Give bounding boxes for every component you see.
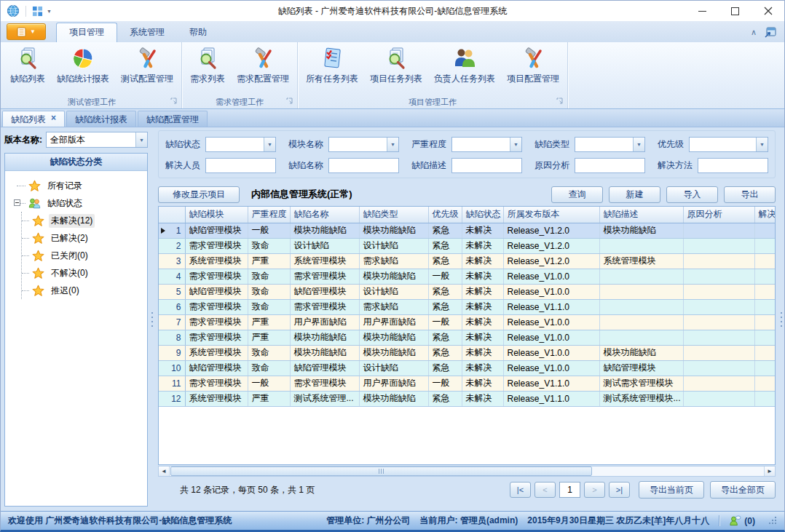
- table-row[interactable]: 8需求管理模块严重模块功能缺陷模块功能缺陷紧急未解决Release_V1.0.0: [159, 330, 776, 345]
- table-row[interactable]: 7需求管理模块严重用户界面缺陷用户界面缺陷一般未解决Release_V1.0.0: [159, 314, 776, 330]
- tree-expander-icon[interactable]: [14, 199, 20, 206]
- tree-item-resolved[interactable]: 已解决(2): [22, 229, 146, 247]
- export-button[interactable]: 导出: [724, 186, 776, 203]
- all-task-list-button[interactable]: 所有任务列表: [300, 44, 364, 95]
- chevron-down-icon: ▼: [510, 138, 521, 151]
- column-header-type[interactable]: 缺陷类型: [359, 207, 428, 223]
- column-header-module[interactable]: 缺陷模块: [185, 207, 248, 223]
- test-config-mgmt-button[interactable]: 测试配置管理: [115, 44, 179, 95]
- table-row[interactable]: 1缺陷管理模块一般模块功能缺陷模块功能缺陷紧急未解决Release_V1.2.0…: [159, 223, 776, 238]
- column-header-solution[interactable]: 解决方法: [754, 207, 776, 223]
- solution-input[interactable]: [698, 158, 768, 173]
- export-all-pages-button[interactable]: 导出全部页: [710, 481, 776, 499]
- requirement-list-button[interactable]: 需求列表: [184, 44, 231, 95]
- cell-module: 需求管理模块: [185, 376, 248, 391]
- defect-status-select[interactable]: ▼: [205, 137, 276, 152]
- table-row[interactable]: 12系统管理模块严重测试系统管理...模块功能缺陷紧急未解决Release_V1…: [159, 391, 776, 406]
- modify-display-items-button[interactable]: 修改显示项目: [158, 186, 240, 203]
- defect-list-button[interactable]: 缺陷列表: [4, 44, 51, 95]
- import-button[interactable]: 导入: [666, 186, 718, 203]
- table-row[interactable]: 5缺陷管理模块致命缺陷管理模块设计缺陷紧急未解决Release_V1.0.0: [159, 284, 776, 299]
- tree-item-defect-status[interactable]: 缺陷状态: [9, 194, 146, 212]
- dialog-launcher-icon[interactable]: [556, 97, 563, 106]
- cell-module: 需求管理模块: [185, 238, 248, 253]
- doc-tab-defect-config-mgmt[interactable]: 缺陷配置管理: [138, 111, 208, 127]
- query-button[interactable]: 查询: [551, 186, 603, 203]
- resize-grip-icon[interactable]: [769, 517, 777, 525]
- version-select[interactable]: 全部版本 ▼: [46, 132, 148, 148]
- collapse-ribbon-icon[interactable]: ∧: [751, 28, 757, 36]
- welcome-text: 欢迎使用 广州爱奇迪软件科技有限公司-缺陷信息管理系统: [8, 515, 232, 527]
- table-row[interactable]: 11需求管理模块一般需求管理模块用户界面缺陷一般未解决Release_V1.1.…: [159, 376, 776, 391]
- defect-description-input[interactable]: [451, 158, 522, 173]
- table-row[interactable]: 6需求管理模块致命需求管理模块需求缺陷紧急未解决Release_V1.1.0: [159, 299, 776, 314]
- severity-select[interactable]: ▼: [451, 137, 522, 152]
- page-number-input[interactable]: [559, 482, 580, 498]
- maximize-button[interactable]: [719, 1, 752, 21]
- module-name-select[interactable]: ▼: [328, 137, 399, 152]
- scrollbar-thumb[interactable]: [170, 467, 592, 476]
- cell-name: 模块功能缺陷: [290, 345, 359, 360]
- requirement-config-mgmt-button[interactable]: 需求配置管理: [231, 44, 295, 95]
- defect-stats-report-button[interactable]: 缺陷统计报表: [51, 44, 115, 95]
- resolver-input[interactable]: [205, 158, 276, 173]
- project-task-list-button[interactable]: 项目任务列表: [364, 44, 428, 95]
- dialog-launcher-icon[interactable]: [170, 97, 177, 106]
- prev-page-button[interactable]: <: [534, 482, 556, 498]
- scroll-left-icon[interactable]: ◄: [159, 467, 170, 476]
- column-header-name[interactable]: 缺陷名称: [290, 207, 359, 223]
- close-button[interactable]: [752, 1, 784, 21]
- chevron-down-icon: ▼: [264, 138, 275, 151]
- column-header-priority[interactable]: 优先级: [428, 207, 462, 223]
- help-window-icon[interactable]: [764, 25, 777, 39]
- column-header-description[interactable]: 缺陷描述: [599, 207, 683, 223]
- scrollbar-track[interactable]: [170, 467, 764, 476]
- minimize-button[interactable]: [686, 1, 719, 21]
- cell-release: Release_V1.2.0: [503, 253, 599, 269]
- tree-item-unresolved[interactable]: 未解决(12): [22, 212, 146, 229]
- doc-tab-defect-stats-report[interactable]: 缺陷统计报表: [66, 111, 136, 127]
- column-header-cause[interactable]: 原因分析: [683, 207, 754, 223]
- defect-name-input[interactable]: [328, 158, 399, 173]
- table-row[interactable]: 4需求管理模块致命需求管理模块模块功能缺陷一般未解决Release_V1.0.0: [159, 269, 776, 284]
- cause-analysis-input[interactable]: [575, 158, 645, 173]
- next-page-button[interactable]: >: [584, 482, 605, 498]
- new-button[interactable]: 新建: [609, 186, 660, 203]
- column-header-status[interactable]: 缺陷状态: [462, 207, 503, 223]
- project-config-mgmt-button[interactable]: 项目配置管理: [501, 44, 565, 95]
- defect-type-select[interactable]: ▼: [575, 137, 645, 152]
- horizontal-scrollbar[interactable]: ◄ ►: [158, 466, 776, 477]
- ribbon-tab-system-mgmt[interactable]: 系统管理: [117, 23, 177, 42]
- cell-cause: [683, 253, 754, 269]
- grid-menu-icon[interactable]: [32, 6, 43, 17]
- table-row[interactable]: 10缺陷管理模块致命缺陷管理模块设计缺陷紧急未解决Release_V1.0.0缺…: [159, 360, 776, 376]
- table-row[interactable]: 3系统管理模块严重系统管理模块需求缺陷紧急未解决Release_V1.2.0系统…: [159, 253, 776, 269]
- table-row[interactable]: 2需求管理模块致命设计缺陷设计缺陷紧急未解决Release_V1.2.0: [159, 238, 776, 253]
- owner-task-list-button[interactable]: 负责人任务列表: [428, 44, 501, 95]
- globe-icon[interactable]: [7, 4, 20, 17]
- tree-item-postponed[interactable]: 推迟(0): [22, 282, 146, 299]
- right-splitter[interactable]: [778, 127, 784, 511]
- chevron-down-icon[interactable]: ▼: [47, 9, 52, 14]
- priority-select[interactable]: ▼: [689, 137, 768, 152]
- first-page-button[interactable]: |<: [510, 482, 531, 498]
- tree-item-all-records[interactable]: 所有记录: [9, 177, 146, 194]
- application-menu-button[interactable]: ▼: [7, 23, 46, 40]
- doc-tab-defect-list[interactable]: 缺陷列表×: [2, 111, 65, 127]
- tree-item-wont-fix[interactable]: 不解决(0): [22, 264, 146, 282]
- column-header-release[interactable]: 所属发布版本: [503, 207, 599, 223]
- ribbon-tab-project-mgmt[interactable]: 项目管理: [56, 23, 117, 42]
- sidebar-splitter[interactable]: [149, 127, 155, 511]
- cell-cause: [683, 360, 754, 376]
- tree-item-closed[interactable]: 已关闭(0): [22, 247, 146, 264]
- scroll-right-icon[interactable]: ►: [764, 467, 775, 476]
- table-row[interactable]: 9系统管理模块致命模块功能缺陷模块功能缺陷紧急未解决Release_V1.0.0…: [159, 345, 776, 360]
- messages-indicator[interactable]: (0): [729, 515, 755, 527]
- ribbon-tab-help[interactable]: 帮助: [177, 23, 219, 42]
- column-header-severity[interactable]: 严重程度: [248, 207, 290, 223]
- dialog-launcher-icon[interactable]: [286, 97, 293, 106]
- close-tab-icon[interactable]: ×: [51, 114, 56, 127]
- last-page-button[interactable]: >|: [609, 482, 630, 498]
- export-current-page-button[interactable]: 导出当前页: [639, 481, 704, 499]
- cell-severity: 致命: [248, 299, 290, 314]
